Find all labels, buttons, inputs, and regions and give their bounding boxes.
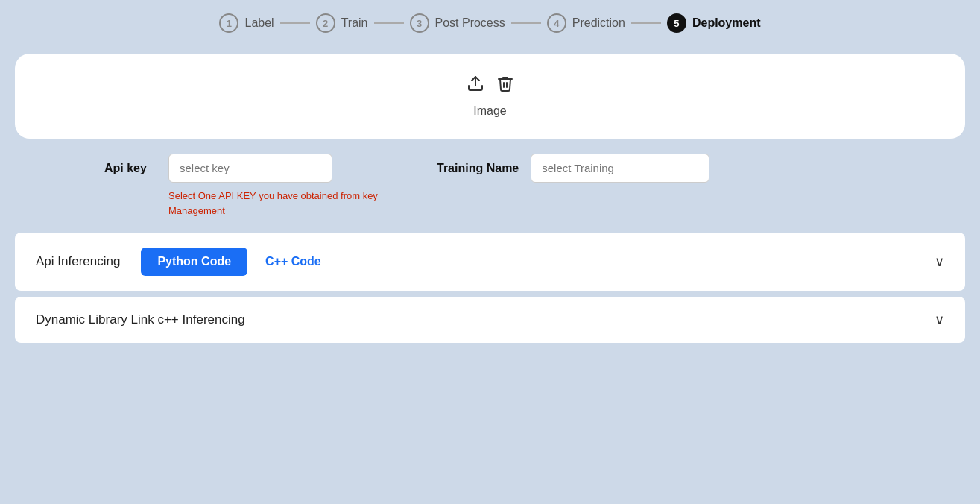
step-divider-3 [511,22,541,24]
step-5-circle: 5 [667,13,686,33]
image-upload-area[interactable]: Image [467,75,514,118]
dynamic-library-chevron: ∨ [935,312,944,328]
api-key-hint: Select One API KEY you have obtained fro… [168,189,407,218]
training-name-input[interactable] [531,154,709,183]
cpp-code-tab[interactable]: C++ Code [259,248,327,276]
step-2-text: Train [341,16,368,30]
image-label: Image [473,104,506,118]
dynamic-library-title: Dynamic Library Link c++ Inferencing [36,312,245,327]
step-2-circle: 2 [316,13,335,33]
training-name-group: Training Name [437,154,709,183]
step-3-item[interactable]: 3 Post Process [410,13,505,33]
step-divider-4 [631,22,661,24]
step-divider-2 [374,22,404,24]
step-4-item[interactable]: 4 Prediction [547,13,625,33]
api-inferencing-title: Api Inferencing [36,254,120,269]
step-4-text: Prediction [572,16,625,30]
step-2-item[interactable]: 2 Train [316,13,368,33]
api-key-field-row: Api key [104,154,407,183]
api-key-label: Api key [104,162,157,175]
form-row: Api key Select One API KEY you have obta… [104,154,965,218]
step-3-circle: 3 [410,13,429,33]
training-name-field-row: Training Name [437,154,709,183]
delete-icon[interactable] [496,75,514,97]
step-1-text: Label [244,16,274,30]
panel-left-dynamic: Dynamic Library Link c++ Inferencing [36,312,245,327]
step-navigation: 1 Label 2 Train 3 Post Process 4 Predict… [0,0,980,46]
step-5-text: Deployment [692,16,761,30]
step-4-circle: 4 [547,13,566,33]
section-panels: Api Inferencing Python Code C++ Code ∨ D… [15,233,965,343]
step-1-label[interactable]: 1 Label [219,13,274,33]
step-3-text: Post Process [435,16,505,30]
python-code-tab[interactable]: Python Code [141,248,247,276]
api-inferencing-chevron: ∨ [935,253,944,270]
api-key-group: Api key Select One API KEY you have obta… [104,154,407,218]
api-inferencing-tabs: Python Code C++ Code [141,248,326,276]
api-inferencing-panel[interactable]: Api Inferencing Python Code C++ Code ∨ [15,233,965,291]
training-name-label: Training Name [437,162,519,175]
step-divider-1 [280,22,310,24]
panel-left-api: Api Inferencing Python Code C++ Code [36,248,327,276]
image-icon-row [467,75,514,97]
upload-icon[interactable] [467,75,484,97]
step-5-item[interactable]: 5 Deployment [667,13,761,33]
dynamic-library-panel[interactable]: Dynamic Library Link c++ Inferencing ∨ [15,297,965,343]
image-upload-card: Image [15,54,965,139]
step-1-circle: 1 [219,13,238,33]
api-key-input[interactable] [168,154,332,183]
